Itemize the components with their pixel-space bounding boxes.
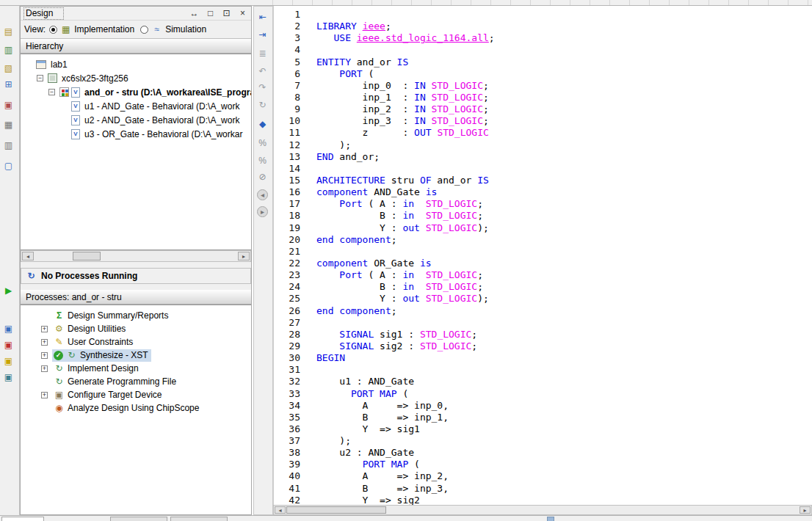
panel-splitter-2[interactable] [21, 284, 251, 290]
code-text[interactable] [308, 364, 316, 376]
process-item-core[interactable]: ΣDesign Summary/Reports [52, 310, 171, 322]
process-item[interactable]: ΣDesign Summary/Reports [21, 309, 251, 322]
code-text[interactable] [308, 317, 316, 329]
code-text[interactable] [308, 44, 316, 56]
find-icon[interactable]: % [257, 137, 268, 148]
code-text[interactable]: B => inp_1, [308, 412, 449, 423]
bottom-panel-icon[interactable] [547, 517, 554, 521]
code-text[interactable]: end component; [308, 305, 397, 317]
undo-icon[interactable]: ↶ [257, 65, 268, 76]
code-text[interactable]: Y : out STD_LOGIC); [308, 293, 489, 305]
radio-simulation[interactable] [140, 26, 148, 34]
code-text[interactable]: SIGNAL sig2 : STD_LOGIC; [308, 340, 477, 352]
process-item[interactable]: +▣Configure Target Device [21, 388, 251, 401]
new-source-icon[interactable]: ▤ [3, 26, 14, 37]
process-item[interactable]: +✓↻Synthesize - XST [21, 349, 251, 362]
code-text[interactable]: z : OUT STD_LOGIC [308, 127, 489, 139]
process-item[interactable]: +⚙Design Utilities [21, 322, 251, 335]
tree-expander[interactable]: − [37, 75, 43, 81]
code-text[interactable]: end component; [308, 234, 397, 246]
bottom-tab[interactable] [110, 517, 167, 521]
view-option-simulation[interactable]: ≈Simulation [140, 24, 206, 35]
code-text[interactable]: Port ( A : in STD_LOGIC; [308, 269, 483, 281]
library-icon[interactable]: ▦ [3, 119, 14, 130]
view-option-implementation[interactable]: ▦Implementation [49, 24, 134, 35]
bottom-tab[interactable] [1, 517, 44, 521]
process-item-core[interactable]: ✓↻Synthesize - XST [52, 349, 151, 362]
navigate-back-icon[interactable]: ◂ [257, 189, 268, 200]
code-text[interactable]: ); [308, 139, 351, 151]
tree-expander[interactable]: − [48, 89, 55, 95]
navigate-forward-icon[interactable]: ▸ [257, 206, 268, 217]
process-expander[interactable]: + [41, 352, 48, 359]
editor-scroll-right-button[interactable]: ▸ [800, 506, 811, 514]
code-text[interactable] [308, 9, 316, 21]
code-text[interactable]: BEGIN [308, 352, 345, 364]
process-expander[interactable]: + [41, 392, 48, 398]
code-text[interactable]: A => inp_2, [308, 470, 449, 482]
scroll-right-button[interactable]: ▸ [238, 252, 250, 260]
code-text[interactable]: B => inp_3, [308, 483, 449, 495]
code-text[interactable] [308, 246, 316, 258]
hierarchy-item[interactable]: −and_or - stru (D:\A_workarea\ISE_progra [21, 85, 251, 99]
code-text[interactable]: ); [308, 435, 351, 447]
code-text[interactable]: inp_0 : IN STD_LOGIC; [308, 80, 489, 92]
code-text[interactable]: B : in STD_LOGIC; [308, 281, 483, 293]
hierarchy-item[interactable]: u2 - AND_Gate - Behavioral (D:\A_work [21, 113, 251, 127]
code-text[interactable]: inp_2 : IN STD_LOGIC; [308, 103, 489, 115]
process-item[interactable]: +✎User Constraints [21, 335, 251, 349]
code-text[interactable] [308, 163, 316, 175]
console-view-icon[interactable]: ▣ [3, 323, 14, 334]
float-icon[interactable]: ⊡ [221, 8, 232, 19]
code-text[interactable]: Port ( A : in STD_LOGIC; [308, 198, 483, 210]
process-expander[interactable]: + [41, 326, 48, 332]
process-item-core[interactable]: ◉Analyze Design Using ChipScope [52, 402, 202, 415]
dock-left-icon[interactable]: ⇤ [257, 11, 268, 22]
code-text[interactable]: inp_3 : IN STD_LOGIC; [308, 115, 489, 127]
code-text[interactable]: ARCHITECTURE stru OF and_or IS [308, 175, 489, 186]
dock-icon[interactable]: ↔ [189, 8, 200, 19]
replace-icon[interactable]: % [257, 155, 268, 166]
hierarchy-hscrollbar[interactable]: ◂ ▸ [21, 250, 251, 262]
hierarchy-item[interactable]: u3 - OR_Gate - Behavioral (D:\A_workar [21, 127, 251, 141]
bottom-tab[interactable] [170, 517, 228, 521]
hierarchy-item[interactable]: lab1 [21, 57, 251, 71]
process-item[interactable]: +↻Implement Design [21, 362, 251, 375]
code-text[interactable]: component AND_Gate is [308, 186, 437, 198]
open-design-icon[interactable]: ▧ [3, 62, 14, 73]
editor-scroll-left-button[interactable]: ◂ [275, 506, 286, 514]
bookmark-icon[interactable]: ◆ [257, 118, 268, 129]
redo-icon[interactable]: ↷ [257, 81, 268, 92]
hierarchy-grid-icon[interactable]: ⊞ [3, 79, 14, 90]
code-text[interactable]: END and_or; [308, 151, 380, 163]
process-item[interactable]: ↻Generate Programming File [21, 375, 251, 388]
reload-file-icon[interactable]: ↻ [257, 99, 268, 110]
scroll-left-button[interactable]: ◂ [22, 252, 34, 260]
code-text[interactable]: PORT MAP ( [308, 459, 420, 470]
hierarchy-item[interactable]: −xc6slx25-3ftg256 [21, 71, 251, 85]
maximize-icon[interactable]: □ [205, 8, 216, 19]
process-expander[interactable]: + [41, 339, 48, 346]
editor-hscrollbar[interactable]: ◂ ▸ [273, 505, 812, 515]
code-text[interactable]: inp_1 : IN STD_LOGIC; [308, 92, 489, 103]
warnings-view-icon[interactable]: ▣ [3, 355, 14, 366]
clear-search-icon[interactable]: ⊘ [257, 171, 268, 182]
language-templates-icon[interactable]: ≣ [257, 48, 268, 59]
close-icon[interactable]: × [237, 8, 248, 19]
code-text[interactable]: Y => sig1 [308, 423, 420, 435]
scrollbar-thumb[interactable] [73, 252, 101, 260]
process-item-core[interactable]: ↻Implement Design [52, 362, 142, 375]
code-text[interactable]: PORT ( [308, 68, 374, 80]
hierarchy-item[interactable]: u1 - AND_Gate - Behavioral (D:\A_work [21, 99, 251, 113]
document-icon[interactable]: ▥ [3, 139, 14, 150]
code-text[interactable]: LIBRARY ieee; [308, 21, 391, 32]
errors-view-icon[interactable]: ▣ [3, 339, 14, 350]
code-text[interactable]: USE ieee.std_logic_1164.all; [308, 32, 495, 44]
code-text[interactable]: component OR_Gate is [308, 258, 432, 269]
process-item[interactable]: ◉Analyze Design Using ChipScope [21, 401, 251, 415]
code-text[interactable]: B : in STD_LOGIC; [308, 210, 483, 222]
process-item-core[interactable]: ✎User Constraints [52, 336, 136, 349]
code-text[interactable]: PORT MAP ( [308, 388, 408, 400]
editor-scrollbar-thumb[interactable] [286, 506, 386, 514]
design-panel-icon[interactable]: ▢ [3, 160, 14, 171]
